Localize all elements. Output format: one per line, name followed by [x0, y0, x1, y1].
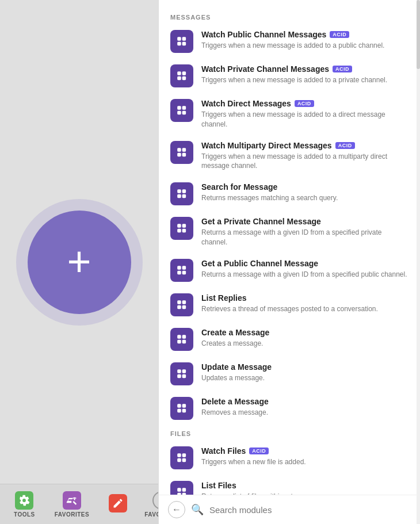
svg-rect-62 — [182, 488, 186, 492]
item-desc: Triggers when a new message is added to … — [201, 75, 408, 85]
wrench-button[interactable]: FAVORITES — [47, 488, 97, 521]
item-text-create-message: Create a Message Creates a message. — [201, 328, 408, 349]
menu-item-watch-multiparty-direct-messages[interactable]: Watch Multiparty Direct Messages ACID Tr… — [159, 135, 420, 177]
svg-rect-37 — [182, 300, 186, 304]
item-title-row: Update a Message — [201, 362, 408, 372]
item-text-update-message: Update a Message Updates a message. — [201, 362, 408, 383]
item-icon-create-message — [170, 328, 193, 351]
wrench-icon — [63, 491, 81, 510]
svg-rect-39 — [182, 305, 186, 309]
item-title-row: Get a Public Channel Message — [201, 259, 408, 268]
svg-rect-50 — [174, 401, 189, 416]
menu-item-get-public-channel-message[interactable]: Get a Public Channel Message Returns a m… — [159, 253, 420, 288]
item-icon-update-message — [170, 362, 193, 385]
svg-rect-8 — [177, 77, 181, 81]
item-text-list-files: List Files Returns a list of files withi… — [201, 481, 408, 495]
svg-rect-27 — [182, 224, 186, 228]
item-text-delete-message: Delete a Message Removes a message. — [201, 397, 408, 418]
svg-rect-22 — [182, 189, 186, 193]
svg-rect-47 — [182, 369, 186, 373]
svg-rect-5 — [174, 68, 189, 83]
item-title: Delete a Message — [201, 397, 269, 406]
svg-rect-33 — [177, 270, 181, 274]
svg-rect-58 — [177, 458, 181, 462]
search-input[interactable] — [209, 505, 411, 515]
svg-rect-44 — [182, 339, 186, 343]
svg-rect-41 — [177, 335, 181, 339]
item-desc: Updates a message. — [201, 373, 408, 383]
badge-acid: ACID — [333, 66, 352, 72]
svg-rect-24 — [182, 194, 186, 198]
menu-item-watch-files[interactable]: Watch Files ACID Triggers when a new fil… — [159, 441, 420, 475]
item-text-watch-direct-messages: Watch Direct Messages ACID Triggers when… — [201, 99, 408, 129]
svg-rect-12 — [182, 106, 186, 110]
item-title: List Replies — [201, 293, 247, 303]
svg-rect-49 — [182, 374, 186, 378]
menu-item-watch-public-channel-messages[interactable]: Watch Public Channel Messages ACID Trigg… — [159, 24, 420, 59]
item-icon-get-public-channel-message — [170, 259, 193, 282]
svg-rect-51 — [177, 404, 181, 408]
menu-item-list-files[interactable]: List Files Returns a list of files withi… — [159, 475, 420, 495]
item-text-watch-files: Watch Files ACID Triggers when a new fil… — [201, 446, 408, 467]
svg-rect-28 — [177, 229, 181, 233]
right-panel: MESSAGES Watch Public Channel Messages A… — [158, 0, 420, 524]
svg-rect-35 — [174, 297, 189, 312]
panel-scroll[interactable]: MESSAGES Watch Public Channel Messages A… — [159, 0, 420, 495]
svg-rect-11 — [177, 106, 181, 110]
files-section-header: FILES — [159, 426, 420, 441]
badge-acid: ACID — [330, 31, 349, 38]
item-icon-watch-files — [170, 446, 193, 469]
svg-rect-36 — [177, 300, 181, 304]
item-title-row: Get a Private Channel Message — [201, 217, 408, 226]
item-title: Watch Direct Messages — [201, 99, 291, 108]
scrollbar-thumb[interactable] — [417, 0, 420, 69]
svg-rect-21 — [177, 189, 181, 193]
menu-item-watch-direct-messages[interactable]: Watch Direct Messages ACID Triggers when… — [159, 93, 420, 135]
tools-label: TOOLS — [14, 511, 35, 518]
menu-item-update-message[interactable]: Update a Message Updates a message. — [159, 357, 420, 391]
messages-items-container: Watch Public Channel Messages ACID Trigg… — [159, 24, 420, 426]
item-title-row: Watch Private Channel Messages ACID — [201, 64, 408, 74]
svg-rect-52 — [182, 404, 186, 408]
svg-rect-19 — [182, 152, 186, 156]
badge-acid: ACID — [295, 100, 314, 107]
item-desc: Triggers when a new message is added to … — [201, 41, 408, 51]
svg-rect-34 — [182, 270, 186, 274]
menu-item-delete-message[interactable]: Delete a Message Removes a message. — [159, 391, 420, 426]
item-icon-watch-multiparty-direct-messages — [170, 141, 193, 164]
item-desc: Returns a message with a given ID from a… — [201, 270, 408, 280]
menu-item-watch-private-channel-messages[interactable]: Watch Private Channel Messages ACID Trig… — [159, 59, 420, 93]
menu-item-list-replies[interactable]: List Replies Retrieves a thread of messa… — [159, 288, 420, 322]
svg-rect-23 — [177, 194, 181, 198]
svg-rect-10 — [174, 103, 189, 118]
back-button[interactable]: ← — [168, 501, 185, 518]
item-desc: Triggers when a new message is added to … — [201, 110, 408, 129]
svg-rect-30 — [174, 263, 189, 278]
item-title: Watch Private Channel Messages — [201, 64, 329, 74]
item-title: List Files — [201, 481, 236, 490]
menu-item-search-for-message[interactable]: Search for Message Returns messages matc… — [159, 177, 420, 211]
item-title: Get a Public Channel Message — [201, 259, 318, 268]
item-title-row: Watch Public Channel Messages ACID — [201, 30, 408, 39]
left-panel: + — [0, 0, 158, 524]
item-text-get-public-channel-message: Get a Public Channel Message Returns a m… — [201, 259, 408, 280]
svg-rect-38 — [177, 305, 181, 309]
svg-rect-14 — [182, 111, 186, 115]
item-desc: Returns a message with a given ID from a… — [201, 228, 408, 247]
svg-rect-18 — [177, 152, 181, 156]
svg-rect-16 — [177, 148, 181, 152]
svg-rect-59 — [182, 458, 186, 462]
bottom-toolbar: TOOLS FAVORITES + FAVORITES — [0, 484, 158, 524]
add-module-button[interactable]: + — [28, 211, 131, 314]
menu-item-get-private-channel-message[interactable]: Get a Private Channel Message Returns a … — [159, 211, 420, 253]
menu-item-create-message[interactable]: Create a Message Creates a message. — [159, 322, 420, 357]
plus-icon: + — [67, 240, 91, 282]
item-icon-get-private-channel-message — [170, 217, 193, 240]
item-desc: Returns messages matching a search query… — [201, 193, 408, 203]
item-title-row: List Files — [201, 481, 408, 490]
tools-button[interactable]: TOOLS — [6, 488, 43, 521]
red-tool-icon — [109, 494, 127, 512]
svg-rect-13 — [177, 111, 181, 115]
tools-icon — [15, 491, 33, 510]
red-tool-button[interactable] — [101, 491, 135, 518]
